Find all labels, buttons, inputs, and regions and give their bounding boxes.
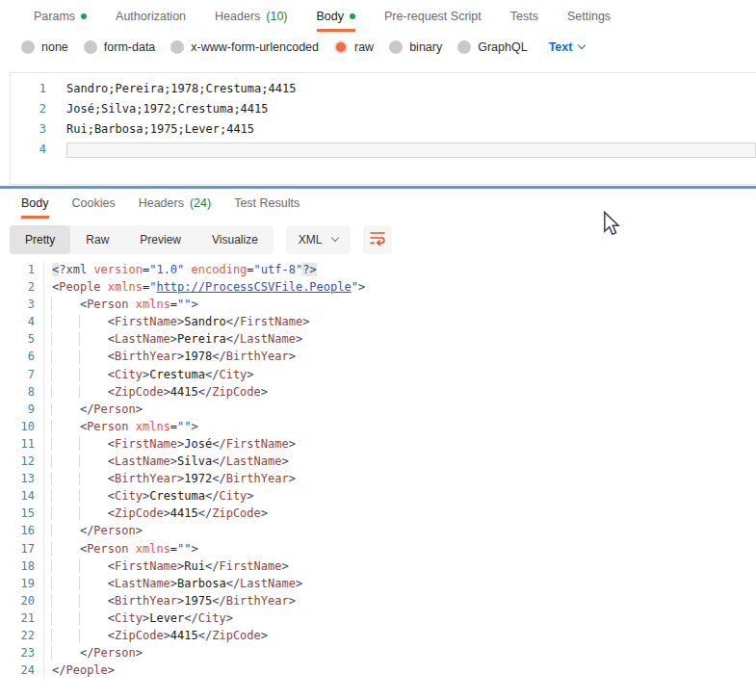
indent-guide [79, 472, 108, 485]
xml-token: > [136, 402, 143, 416]
response-body-text: <City>Lever</City> [44, 609, 233, 627]
xml-token: < [108, 350, 115, 363]
indent-guide [51, 402, 80, 416]
xml-token: "utf-8" [254, 263, 303, 276]
view-mode-raw[interactable]: Raw [70, 225, 124, 254]
xml-token: > [164, 385, 170, 399]
xml-token [129, 542, 136, 556]
line-number: 2 [0, 278, 44, 296]
radio-button-icon [334, 40, 348, 54]
request-tab-count-badge: (10) [266, 10, 287, 23]
response-tab-test-results[interactable]: Test Results [234, 197, 300, 219]
request-tab-authorization[interactable]: Authorization [116, 10, 186, 32]
response-body-text: <Person xmlns=""> [44, 540, 198, 557]
xml-token: < [108, 489, 115, 503]
green-dot-icon [81, 13, 87, 19]
green-dot-icon [350, 13, 355, 19]
response-tab-label: Headers [139, 196, 184, 210]
response-tab-count-badge: (24) [190, 196, 211, 210]
request-tab-tests[interactable]: Tests [510, 10, 538, 32]
response-language-label: XML [299, 233, 323, 246]
view-mode-preview[interactable]: Preview [124, 225, 196, 254]
body-type-form-data[interactable]: form-data [84, 40, 156, 54]
xml-token: < [108, 315, 115, 328]
xml-token: ZipCode [212, 629, 261, 642]
xml-token: 4415 [170, 506, 198, 520]
xml-token: </ [205, 489, 219, 503]
response-body-line: 11 <FirstName>José</FirstName> [0, 435, 756, 453]
xml-token: Person [93, 646, 135, 660]
xml-namespace-link[interactable]: http://ProcessCSVFile.People [156, 280, 351, 294]
indent-guide [79, 559, 108, 573]
xml-token: ?xml [59, 263, 87, 276]
xml-token: City [219, 489, 247, 503]
request-tab-headers[interactable]: Headers(10) [215, 10, 287, 32]
response-tab-body[interactable]: Body [21, 197, 49, 219]
response-body-text: </Person> [44, 522, 143, 539]
xml-token: > [170, 454, 177, 468]
response-tab-headers[interactable]: Headers(24) [139, 197, 211, 219]
xml-token: </ [80, 524, 93, 537]
response-body-text: <LastName>Barbosa</LastName> [44, 575, 302, 592]
response-language-dropdown[interactable]: XML [286, 225, 351, 254]
indent-guide [51, 577, 80, 590]
body-type-none[interactable]: none [21, 40, 68, 54]
xml-token: > [247, 368, 253, 381]
line-number: 1 [0, 261, 44, 278]
xml-token: ZipCode [115, 385, 164, 399]
xml-token: FirstName [226, 437, 289, 451]
body-type-raw[interactable]: raw [334, 40, 374, 54]
xml-token: FirstName [115, 559, 177, 573]
body-type-graphql[interactable]: GraphQL [457, 40, 527, 54]
xml-token [129, 298, 136, 311]
body-type-x-www-form-urlencoded[interactable]: x-www-form-urlencoded [170, 40, 319, 54]
xml-token: > [296, 332, 302, 346]
line-number: 16 [0, 522, 44, 539]
xml-token: Person [93, 524, 135, 537]
xml-token: "1.0" [149, 263, 184, 276]
view-mode-pretty[interactable]: Pretty [10, 225, 70, 254]
body-type-binary[interactable]: binary [389, 40, 442, 54]
indent-guide [79, 454, 108, 468]
xml-token: </ [212, 454, 225, 468]
xml-token: </ [184, 611, 197, 625]
radio-button-icon [21, 40, 35, 54]
xml-token: FirstName [240, 315, 302, 328]
response-tab-cookies[interactable]: Cookies [72, 197, 116, 219]
xml-token: = [170, 298, 177, 311]
wrap-text-button[interactable] [363, 225, 392, 254]
response-tab-label: Body [21, 196, 49, 210]
body-type-label: form-data [104, 40, 156, 54]
request-tab-pre-request-script[interactable]: Pre-request Script [384, 10, 482, 32]
xml-token: > [302, 315, 309, 328]
request-body-editor[interactable]: 1Sandro;Pereira;1978;Crestuma;44152José;… [10, 72, 756, 185]
xml-token: "" [177, 420, 191, 433]
indent-guide [51, 332, 80, 346]
request-tab-body[interactable]: Body [317, 10, 356, 32]
xml-token: > [226, 611, 233, 625]
response-body-line: 15 <ZipCode>4415</ZipCode> [0, 505, 756, 522]
xml-token: xmlns [108, 280, 143, 294]
response-body-text: <City>Crestuma</City> [44, 366, 254, 383]
line-number: 22 [0, 627, 44, 644]
xml-token: < [108, 454, 115, 468]
xml-token: FirstName [115, 437, 177, 451]
raw-format-label: Text [549, 40, 573, 54]
indent-guide [79, 350, 108, 363]
xml-token: < [108, 332, 115, 346]
xml-token: LastName [226, 454, 282, 468]
chevron-down-icon [330, 234, 338, 242]
raw-format-dropdown[interactable]: Text [549, 40, 586, 54]
xml-token: > [170, 332, 177, 346]
request-body-line: 2José;Silva;1972;Crestuma;4415 [11, 99, 756, 119]
line-number: 15 [0, 505, 44, 522]
body-type-label: none [41, 40, 68, 54]
xml-token: Person [93, 402, 135, 416]
request-tab-settings[interactable]: Settings [567, 10, 611, 32]
response-body-line: 2<People xmlns="http://ProcessCSVFile.Pe… [0, 278, 756, 296]
radio-button-icon [389, 40, 403, 54]
request-tab-params[interactable]: Params [34, 10, 87, 32]
xml-token: = [170, 542, 177, 556]
indent-guide [51, 506, 80, 520]
view-mode-visualize[interactable]: Visualize [196, 225, 274, 254]
